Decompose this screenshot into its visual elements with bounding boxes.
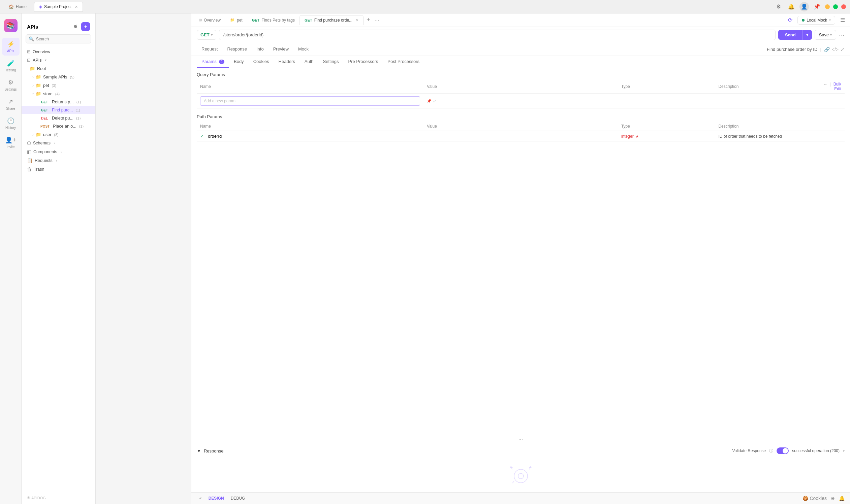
inner-tab-headers[interactable]: Headers [274, 56, 300, 68]
nav-sidebar: APIs ⚟ + 🔍 ⊞ Overview ⊡ APIs ▾ 📁 Root 📁 [21, 0, 96, 504]
nav-item-pet[interactable]: 📁 pet (3) [21, 81, 96, 90]
app-sidebar: 📚 ⚡ APIs 🧪 Testing ⚙ Settings ↗ Share 🕐 … [0, 0, 21, 504]
sidebar-item-settings[interactable]: ⚙ Settings [2, 76, 19, 94]
url-input[interactable] [219, 30, 776, 40]
testing-label: Testing [5, 68, 16, 72]
tab-overview[interactable]: ⊞ Overview [194, 16, 225, 24]
req-tab-mock[interactable]: Mock [293, 43, 313, 56]
sidebar-item-invite[interactable]: 👤+ Invite [2, 134, 19, 151]
inner-tab-settings[interactable]: Settings [318, 56, 343, 68]
method-chevron: ▾ [211, 33, 212, 37]
trash-icon: 🗑 [27, 167, 32, 172]
add-bottom-icon: ⊕ [831, 496, 835, 501]
method-selector[interactable]: GET ▾ [197, 30, 216, 40]
req-tab-preview[interactable]: Preview [268, 43, 293, 56]
home-icon: 🏠 [9, 4, 14, 9]
project-tab[interactable]: ◈ Sample Project × [34, 2, 83, 12]
tab-more-button[interactable]: ··· [373, 17, 381, 23]
nav-item-apis[interactable]: ⊡ APIs ▾ [21, 56, 96, 64]
history-label: History [5, 126, 16, 130]
tab-finds-pets[interactable]: GET Finds Pets by tags [247, 16, 299, 24]
add-btn[interactable]: + [81, 22, 90, 31]
link-icon[interactable]: 🔗 [824, 47, 830, 52]
cookies-btn[interactable]: 🍪 Cookies [802, 496, 827, 501]
add-param-cell [197, 94, 423, 109]
tab-find-purchase[interactable]: GET Find purchase orde... × [299, 15, 364, 25]
search-input[interactable] [36, 37, 88, 41]
bulk-edit-btn[interactable]: Bulk Edit [833, 82, 841, 91]
tab-add-button[interactable]: + [364, 16, 373, 25]
nav-item-find-purchase[interactable]: GET Find purc... (1) [21, 106, 96, 114]
nav-item-trash[interactable]: 🗑 Trash [21, 165, 96, 174]
minimize-button[interactable] [825, 4, 830, 9]
hamburger-btn[interactable]: ☰ [838, 16, 847, 25]
home-tab[interactable]: 🏠 Home [4, 2, 31, 11]
trash-label: Trash [34, 167, 45, 172]
user-label: user [43, 132, 51, 137]
inner-tab-cookies[interactable]: Cookies [249, 56, 274, 68]
sidebar-item-share[interactable]: ↗ Share [2, 95, 19, 113]
pet-tab-label: pet [237, 18, 243, 22]
add-bottom-btn[interactable]: ⊕ [831, 496, 835, 501]
nav-item-components[interactable]: ◧ Components › [21, 147, 96, 156]
param-value-input[interactable] [427, 134, 614, 139]
local-mock-btn[interactable]: Local Mock ▾ [797, 16, 835, 24]
nav-item-schemas[interactable]: ⬡ Schemas › [21, 139, 96, 147]
sidebar-item-apis[interactable]: ⚡ APIs [2, 38, 19, 56]
design-nav-btn[interactable]: DESIGN [206, 494, 227, 502]
sidebar-item-testing[interactable]: 🧪 Testing [2, 57, 19, 75]
nav-item-requests[interactable]: 📋 Requests › [21, 156, 96, 165]
avatar[interactable]: 👤 [799, 2, 809, 12]
returns-label: Returns p... [52, 100, 74, 104]
table-more-btn[interactable]: ··· [824, 82, 828, 87]
save-chevron: ▾ [830, 33, 832, 37]
req-tab-request[interactable]: Request [197, 43, 222, 56]
back-nav-btn[interactable]: « [197, 494, 205, 502]
nav-item-overview[interactable]: ⊞ Overview [21, 48, 96, 56]
inner-tab-body[interactable]: Body [229, 56, 249, 68]
send-arrow-button[interactable]: ▾ [802, 30, 812, 40]
maximize-button[interactable] [833, 4, 838, 9]
nav-item-store[interactable]: 📁 store (4) [21, 90, 96, 98]
settings-icon-btn[interactable]: ⚙ [774, 2, 783, 12]
tab-close-icon[interactable]: × [75, 4, 77, 10]
filter-btn[interactable]: ⚟ [71, 22, 80, 31]
inner-tab-post-processors[interactable]: Post Processors [383, 56, 424, 68]
nav-item-sample-apis[interactable]: 📁 Sample APIs (5) [21, 73, 96, 81]
add-param-value-cell: 📌 ⤢ [423, 94, 618, 109]
invite-icon: 👤+ [5, 136, 16, 144]
tab-pet[interactable]: 📁 pet [225, 16, 247, 24]
close-button[interactable] [841, 4, 846, 9]
inner-tab-pre-processors[interactable]: Pre Processors [343, 56, 383, 68]
sync-icon-btn[interactable]: ⟳ [785, 16, 795, 25]
find-purchase-tab-close[interactable]: × [356, 18, 359, 23]
sidebar-item-history[interactable]: 🕐 History [2, 114, 19, 132]
nav-item-root[interactable]: 📁 Root [21, 64, 96, 73]
save-button[interactable]: Save ▾ [815, 30, 836, 40]
pin-icon-btn[interactable]: 📌 [812, 2, 822, 12]
bottom-bar-right: 🍪 Cookies ⊕ 🔔 [802, 496, 845, 501]
inner-tab-auth[interactable]: Auth [300, 56, 318, 68]
nav-item-returns[interactable]: GET Returns p... (1) [21, 98, 96, 106]
nav-item-place-order[interactable]: POST Place an o... (1) [21, 122, 96, 130]
req-tab-info[interactable]: Info [251, 43, 268, 56]
bell-btn[interactable]: 🔔 [839, 496, 845, 501]
send-button[interactable]: Send [778, 30, 802, 40]
nav-item-delete[interactable]: DEL Delete pu... (1) [21, 114, 96, 122]
testing-icon: 🧪 [7, 59, 15, 67]
code-icon[interactable]: </> [832, 47, 838, 52]
response-header[interactable]: ▼ Response Validate Response ⓘ successfu… [191, 444, 850, 457]
debug-nav-btn[interactable]: DEBUG [228, 494, 248, 502]
param-value-cell[interactable] [423, 131, 618, 142]
params-section: Query Params Name Value Type Description… [191, 68, 850, 435]
url-more-button[interactable]: ··· [839, 31, 845, 39]
validate-toggle[interactable] [777, 447, 789, 454]
cookies-icon: 🍪 [802, 496, 808, 501]
add-param-input[interactable] [200, 96, 420, 106]
empty-illustration [504, 464, 538, 485]
expand-icon[interactable]: ⤢ [840, 47, 845, 52]
notification-icon-btn[interactable]: 🔔 [787, 2, 796, 12]
inner-tab-params[interactable]: Params 1 [197, 56, 229, 68]
req-tab-response[interactable]: Response [222, 43, 251, 56]
nav-item-user[interactable]: 📁 user (8) [21, 130, 96, 139]
